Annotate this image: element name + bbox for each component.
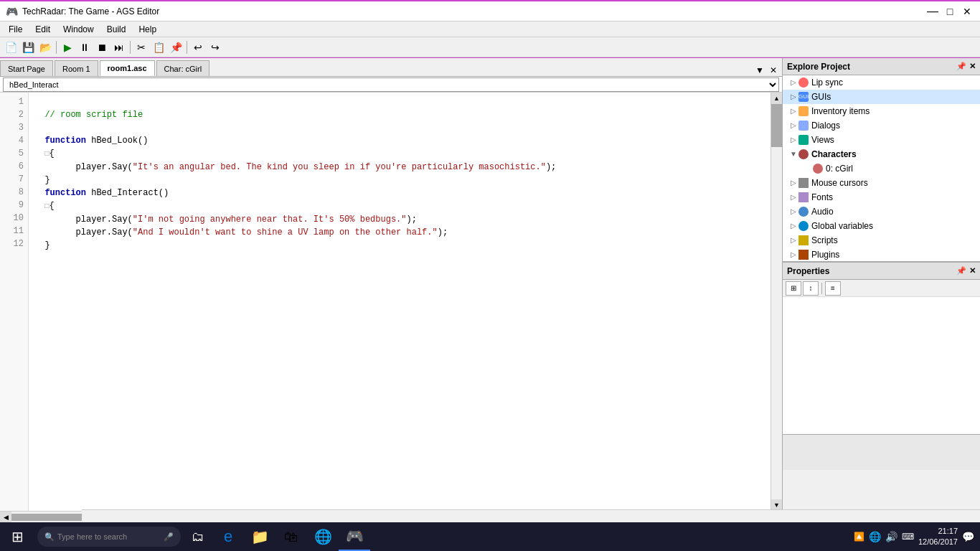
toolbar-sep2: [130, 41, 131, 54]
props-description-btn[interactable]: ≡: [825, 281, 841, 296]
tab-start-page[interactable]: Start Page: [0, 60, 53, 76]
title-bar: 🎮 TechRadar: The Game - AGS Editor — □ ✕: [0, 0, 980, 22]
toolbar-pause[interactable]: ⏸: [77, 39, 93, 55]
explore-close[interactable]: ✕: [969, 62, 976, 71]
function-select[interactable]: hBed_Interact hBed_Look: [3, 77, 779, 92]
menu-help[interactable]: Help: [133, 23, 162, 36]
tree-cgirl[interactable]: 0: cGirl: [783, 161, 980, 176]
taskbar-explorer[interactable]: 📁: [244, 522, 275, 551]
taskbar: ⊞ 🔍 Type here to search 🎤 🗂 e 📁 🛍 🌐: [0, 522, 980, 551]
menu-build[interactable]: Build: [101, 23, 132, 36]
tree-plugins[interactable]: ▷ Plugins: [783, 248, 980, 262]
right-panel-bottom: [783, 434, 980, 470]
toolbar-copy[interactable]: 📋: [151, 39, 166, 55]
toolbar-new[interactable]: 📄: [3, 39, 19, 55]
tab-room1-asc[interactable]: room1.asc: [100, 60, 155, 76]
tree-lipsync[interactable]: ▷ Lip sync: [783, 75, 980, 90]
clock[interactable]: 21:17 12/06/2017: [918, 526, 958, 548]
notification-icon[interactable]: 💬: [962, 531, 974, 542]
menu-bar: File Edit Window Build Help: [0, 22, 980, 37]
tab-close-btn[interactable]: ✕: [768, 65, 779, 76]
tree-global-vars[interactable]: ▷ Global variables: [783, 219, 980, 233]
tray-volume[interactable]: 🔊: [885, 531, 897, 542]
tree-audio[interactable]: ▷ Audio: [783, 204, 980, 219]
props-sorted-btn[interactable]: ↕: [803, 281, 819, 296]
taskbar-chrome[interactable]: 🌐: [307, 522, 339, 551]
taskbar-ags[interactable]: 🎮: [339, 522, 370, 551]
app-icon: 🎮: [6, 6, 18, 17]
taskbar-right: 🔼 🌐 🔊 ⌨ 21:17 12/06/2017 💬: [854, 526, 980, 548]
code-editor[interactable]: // room script file function hBed_Look()…: [29, 93, 771, 511]
start-button[interactable]: ⊞: [0, 522, 34, 551]
search-placeholder[interactable]: Type here to search: [57, 532, 161, 541]
str-3: "And I wouldn't want to shine a UV lamp …: [133, 227, 438, 237]
tab-room1[interactable]: Room 1: [55, 60, 98, 76]
maximize-button[interactable]: □: [943, 4, 957, 19]
function-dropdown-bar: hBed_Interact hBed_Look: [0, 77, 782, 93]
properties-title: Properties: [787, 266, 829, 276]
vertical-scrollbar[interactable]: ▲ ▼: [771, 93, 782, 511]
code-func-2: function: [34, 136, 86, 146]
taskbar-store[interactable]: 🛍: [275, 522, 307, 551]
tab-close-area: ▼ ✕: [753, 65, 782, 76]
toolbar-save[interactable]: 💾: [20, 39, 36, 55]
title-controls: — □ ✕: [925, 4, 974, 19]
window-title: TechRadar: The Game - AGS Editor: [22, 6, 159, 17]
menu-file[interactable]: File: [3, 23, 28, 36]
toolbar-cut[interactable]: ✂: [133, 39, 149, 55]
line-9: 9: [0, 199, 28, 212]
toolbar-run[interactable]: ▶: [60, 39, 75, 55]
status-bar: [82, 509, 980, 522]
properties-pin[interactable]: 📌: [956, 266, 966, 276]
line-11: 11: [0, 225, 28, 237]
toolbar-open[interactable]: 📂: [37, 39, 53, 55]
tree-characters[interactable]: ▼ Characters: [783, 147, 980, 161]
tree-view: ▷ Lip sync ▷ GUI GUIs ▷ Inventory items …: [783, 75, 980, 262]
properties-close[interactable]: ✕: [969, 266, 976, 276]
main-container: Start Page Room 1 room1.asc Char: cGirl …: [0, 57, 980, 522]
properties-header: Properties 📌 ✕: [783, 263, 980, 280]
tray-arrow[interactable]: 🔼: [854, 532, 864, 542]
toolbar-paste[interactable]: 📌: [168, 39, 184, 55]
line-1: 1: [0, 95, 28, 108]
line-12: 12: [0, 237, 28, 250]
line-7: 7: [0, 173, 28, 186]
menu-edit[interactable]: Edit: [29, 23, 56, 36]
taskbar-edge[interactable]: e: [212, 522, 244, 551]
close-button[interactable]: ✕: [960, 4, 974, 19]
fold-icon-2[interactable]: □: [44, 202, 49, 210]
tab-bar: Start Page Room 1 room1.asc Char: cGirl …: [0, 58, 782, 77]
tray-network[interactable]: 🌐: [869, 531, 881, 542]
tree-inventory[interactable]: ▷ Inventory items: [783, 104, 980, 118]
toolbar-step[interactable]: ⏭: [111, 39, 127, 55]
menu-window[interactable]: Window: [57, 23, 100, 36]
tree-fonts[interactable]: ▷ Fonts: [783, 190, 980, 204]
code-func-3: function: [34, 188, 86, 198]
toolbar: 📄 💾 📂 ▶ ⏸ ⏹ ⏭ ✂ 📋 📌 ↩ ↪: [0, 37, 980, 57]
title-left: 🎮 TechRadar: The Game - AGS Editor: [6, 6, 159, 17]
toolbar-redo[interactable]: ↪: [207, 39, 223, 55]
explore-project-header: Explore Project 📌 ✕: [783, 58, 980, 75]
mic-icon[interactable]: 🎤: [164, 532, 174, 542]
taskbar-task-view[interactable]: 🗂: [184, 522, 212, 551]
minimize-button[interactable]: —: [925, 4, 940, 19]
toolbar-stop[interactable]: ⏹: [94, 39, 110, 55]
tree-scripts[interactable]: ▷ Scripts: [783, 233, 980, 248]
props-separator: [821, 283, 822, 294]
tree-guis[interactable]: ▷ GUI GUIs: [783, 90, 980, 104]
tab-char-cgirl[interactable]: Char: cGirl: [156, 60, 210, 76]
tree-views[interactable]: ▷ Views: [783, 133, 980, 147]
props-categorized-btn[interactable]: ⊞: [786, 281, 801, 296]
right-panel: Explore Project 📌 ✕ ▷ Lip sync ▷ GUI GUI…: [783, 58, 980, 522]
explore-pin[interactable]: 📌: [956, 62, 966, 71]
line-8: 8: [0, 186, 28, 199]
fold-icon-1[interactable]: □: [44, 150, 49, 158]
tray-keyboard[interactable]: ⌨: [902, 532, 914, 542]
line-5: 5: [0, 147, 28, 160]
tab-dropdown-btn[interactable]: ▼: [753, 65, 766, 76]
explore-controls: 📌 ✕: [956, 62, 976, 71]
tree-mouse-cursors[interactable]: ▷ Mouse cursors: [783, 176, 980, 190]
tree-dialogs[interactable]: ▷ Dialogs: [783, 118, 980, 133]
line-numbers: 1 2 3 4 5 6 7 8 9 10 11 12: [0, 93, 29, 511]
toolbar-undo[interactable]: ↩: [190, 39, 206, 55]
